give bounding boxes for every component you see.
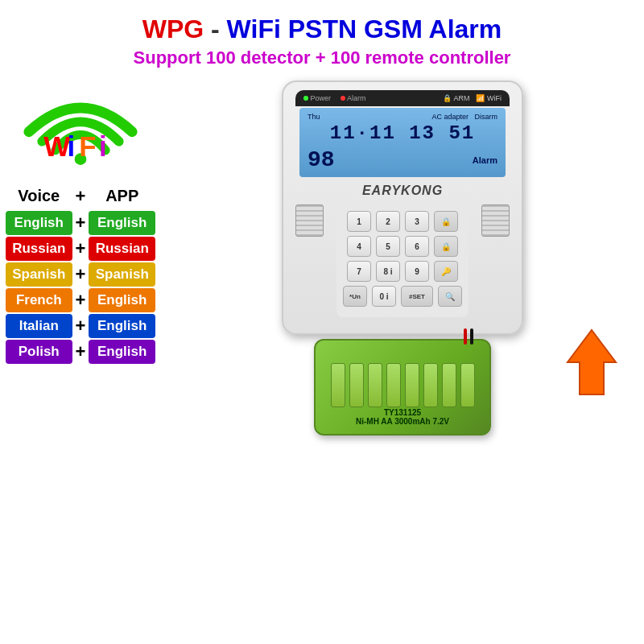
- lang-voice-italian: Italian: [6, 314, 72, 338]
- lang-app-polish: English: [89, 340, 155, 364]
- svg-text:i: i: [99, 130, 107, 162]
- header-plus: +: [74, 183, 88, 209]
- right-speaker: [481, 204, 510, 237]
- plus-spanish: +: [74, 262, 88, 287]
- title-sep: -: [211, 14, 227, 43]
- brand-label: EARYKONG: [295, 184, 510, 198]
- key-1[interactable]: 1: [347, 211, 371, 232]
- right-panel: Power Alarm 🔒 ARM 📶 WiFi Thu AC adapter: [161, 76, 644, 640]
- arrow-svg: [555, 326, 628, 415]
- lang-app-italian: English: [89, 314, 155, 338]
- battery-ribs: [331, 363, 475, 407]
- lcd-bottom-row: 98 Alarm: [308, 147, 497, 172]
- main-content: W i F i Voice + APP English + English Ru…: [0, 76, 644, 640]
- battery-label: TY131125 Ni-MH AA 3000mAh 7.2V: [356, 408, 449, 426]
- left-panel: W i F i Voice + APP English + English Ru…: [0, 76, 161, 640]
- keypad-row-3: 7 8 i 9 🔑: [343, 261, 462, 282]
- lang-voice-french: French: [6, 288, 72, 312]
- battery: TY131125 Ni-MH AA 3000mAh 7.2V: [314, 339, 491, 436]
- lang-app-spanish: Spanish: [89, 262, 155, 287]
- device-status-bar: Power Alarm 🔒 ARM 📶 WiFi: [295, 90, 510, 106]
- alarm-indicator: Alarm: [341, 94, 366, 102]
- svg-text:i: i: [68, 130, 76, 162]
- key-2[interactable]: 2: [376, 211, 400, 232]
- keypad-row-4: *Un 0 i #SET 🔍: [343, 286, 462, 307]
- key-3[interactable]: 3: [405, 211, 429, 232]
- lcd-number: 98: [308, 147, 335, 172]
- battery-rib-5: [405, 363, 419, 407]
- lcd-day: Thu: [308, 113, 320, 121]
- key-6[interactable]: 6: [405, 236, 429, 257]
- page-header: WPG - WiFi PSTN GSM Alarm Support 100 de…: [0, 0, 644, 68]
- battery-spec: Ni-MH AA 3000mAh 7.2V: [356, 417, 449, 426]
- lcd-screen: Thu AC adapter Disarm 11·11 13 51 98 Ala…: [299, 108, 506, 177]
- wire-black: [470, 328, 473, 345]
- lang-row-english: English + English: [6, 211, 155, 235]
- lang-row-polish: Polish + English: [6, 340, 155, 364]
- key-lock3[interactable]: 🔑: [434, 261, 458, 282]
- plus-english: +: [74, 211, 88, 235]
- key-lock1[interactable]: 🔒: [434, 211, 458, 232]
- lcd-alarm-label: Alarm: [473, 155, 497, 165]
- lang-voice-polish: Polish: [6, 340, 72, 364]
- title-wpg: WPG: [142, 14, 204, 43]
- keypad: 1 2 3 🔒 4 5 6 🔒 7 8 i 9: [336, 204, 469, 317]
- battery-rib-4: [386, 363, 401, 407]
- key-7[interactable]: 7: [347, 261, 371, 282]
- battery-wires: [464, 328, 473, 345]
- arrow-container: [555, 326, 628, 418]
- right-indicators: 🔒 ARM 📶 WiFi: [443, 94, 502, 102]
- key-9[interactable]: 9: [405, 261, 429, 282]
- lang-header-row: Voice + APP: [6, 183, 155, 209]
- title-wifi-pstn: WiFi PSTN GSM Alarm: [227, 14, 502, 43]
- key-hash-set[interactable]: #SET: [401, 286, 433, 307]
- alarm-dot: [341, 96, 345, 101]
- battery-rib-3: [368, 363, 382, 407]
- battery-rib-8: [460, 363, 475, 407]
- lang-row-russian: Russian + Russian: [6, 237, 155, 261]
- wire-red: [464, 328, 467, 345]
- header-app: APP: [89, 183, 155, 209]
- subtitle: Support 100 detector + 100 remote contro…: [0, 47, 644, 68]
- power-indicator: Power: [303, 94, 331, 102]
- battery-rib-7: [442, 363, 456, 407]
- lang-app-french: English: [89, 288, 155, 312]
- svg-text:W: W: [43, 130, 70, 162]
- header-voice: Voice: [6, 183, 72, 209]
- lang-voice-russian: Russian: [6, 237, 72, 261]
- plus-russian: +: [74, 237, 88, 261]
- plus-french: +: [74, 288, 88, 312]
- battery-code: TY131125: [356, 408, 449, 417]
- plus-polish: +: [74, 340, 88, 364]
- key-lock2[interactable]: 🔒: [434, 236, 458, 257]
- power-dot: [303, 96, 308, 101]
- plus-italian: +: [74, 314, 88, 338]
- lang-row-italian: Italian + English: [6, 314, 155, 338]
- key-0[interactable]: 0 i: [372, 286, 396, 307]
- keypad-row-2: 4 5 6 🔒: [343, 236, 462, 257]
- key-5[interactable]: 5: [376, 236, 400, 257]
- lcd-time-display: 11·11 13 51: [308, 122, 497, 144]
- language-table: Voice + APP English + English Russian + …: [4, 181, 157, 365]
- key-search[interactable]: 🔍: [438, 286, 462, 307]
- wifi-logo: W i F i: [16, 76, 145, 173]
- lang-app-russian: Russian: [89, 237, 155, 261]
- wifi-indicator: 📶 WiFi: [476, 94, 502, 102]
- lcd-top-row: Thu AC adapter Disarm: [308, 113, 497, 121]
- keypad-row-1: 1 2 3 🔒: [343, 211, 462, 232]
- svg-marker-6: [568, 330, 616, 394]
- key-star-un[interactable]: *Un: [343, 286, 367, 307]
- speaker-area: 1 2 3 🔒 4 5 6 🔒 7 8 i 9: [295, 204, 510, 317]
- main-title: WPG - WiFi PSTN GSM Alarm: [0, 6, 644, 44]
- left-indicators: Power Alarm: [303, 94, 366, 102]
- alarm-device: Power Alarm 🔒 ARM 📶 WiFi Thu AC adapter: [282, 80, 523, 335]
- key-8[interactable]: 8 i: [376, 261, 400, 282]
- battery-rib-2: [349, 363, 364, 407]
- lang-app-english: English: [89, 211, 155, 235]
- battery-rib-6: [423, 363, 438, 407]
- lcd-label: AC adapter Disarm: [431, 113, 497, 121]
- lang-row-spanish: Spanish + Spanish: [6, 262, 155, 287]
- key-4[interactable]: 4: [347, 236, 371, 257]
- lang-voice-spanish: Spanish: [6, 262, 72, 287]
- lang-row-french: French + English: [6, 288, 155, 312]
